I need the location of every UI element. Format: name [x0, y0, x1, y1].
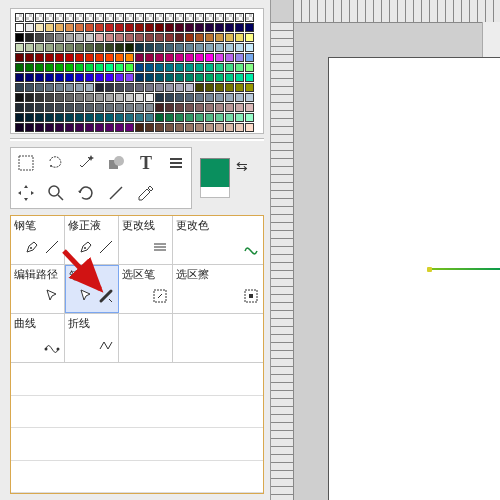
swatch[interactable]	[115, 53, 124, 62]
swatch[interactable]	[55, 43, 64, 52]
swatch[interactable]	[95, 23, 104, 32]
swatch[interactable]	[35, 103, 44, 112]
swatch[interactable]	[175, 13, 184, 22]
swatch[interactable]	[235, 23, 244, 32]
swatch[interactable]	[85, 103, 94, 112]
swatch[interactable]	[245, 93, 254, 102]
swatch[interactable]	[155, 63, 164, 72]
swatch[interactable]	[25, 63, 34, 72]
swatch[interactable]	[15, 103, 24, 112]
swatch[interactable]	[75, 53, 84, 62]
swatch[interactable]	[245, 43, 254, 52]
swatch[interactable]	[55, 53, 64, 62]
swatch[interactable]	[195, 23, 204, 32]
swatch[interactable]	[45, 83, 54, 92]
swatch[interactable]	[95, 53, 104, 62]
swatch[interactable]	[145, 103, 154, 112]
swatch[interactable]	[155, 23, 164, 32]
swatch[interactable]	[165, 53, 174, 62]
swatch[interactable]	[115, 93, 124, 102]
swatch[interactable]	[225, 83, 234, 92]
swatch[interactable]	[225, 33, 234, 42]
swatch[interactable]	[245, 103, 254, 112]
swatch[interactable]	[55, 63, 64, 72]
swatch[interactable]	[105, 93, 114, 102]
swatch[interactable]	[195, 83, 204, 92]
swatch[interactable]	[15, 113, 24, 122]
swatch[interactable]	[185, 33, 194, 42]
background-color-chip[interactable]	[200, 187, 230, 198]
swatch[interactable]	[75, 123, 84, 132]
swatch[interactable]	[85, 113, 94, 122]
swatch[interactable]	[195, 13, 204, 22]
swatch[interactable]	[225, 93, 234, 102]
swatch[interactable]	[95, 63, 104, 72]
swatch[interactable]	[65, 103, 74, 112]
swatch[interactable]	[125, 33, 134, 42]
swatch[interactable]	[245, 83, 254, 92]
swatch[interactable]	[155, 43, 164, 52]
swatch[interactable]	[155, 13, 164, 22]
swatch[interactable]	[155, 53, 164, 62]
swatch[interactable]	[125, 63, 134, 72]
swatch[interactable]	[205, 113, 214, 122]
swatch[interactable]	[165, 23, 174, 32]
swatch[interactable]	[35, 113, 44, 122]
swatch[interactable]	[245, 53, 254, 62]
swatch[interactable]	[235, 53, 244, 62]
tool-zoom[interactable]	[41, 178, 71, 208]
subtool-选区擦[interactable]: 选区擦	[173, 265, 263, 313]
tool-wand[interactable]	[71, 148, 101, 178]
swatch[interactable]	[85, 73, 94, 82]
swatch[interactable]	[205, 103, 214, 112]
tool-menu[interactable]	[161, 148, 191, 178]
swatch[interactable]	[35, 63, 44, 72]
swatch[interactable]	[35, 83, 44, 92]
swatch[interactable]	[175, 93, 184, 102]
swatch[interactable]	[215, 13, 224, 22]
swatch[interactable]	[45, 123, 54, 132]
subtool-编辑路径[interactable]: 编辑路径	[11, 265, 65, 313]
swatch[interactable]	[225, 113, 234, 122]
swatch[interactable]	[235, 33, 244, 42]
swatch[interactable]	[145, 33, 154, 42]
swatch[interactable]	[105, 63, 114, 72]
swatch[interactable]	[95, 103, 104, 112]
swatch[interactable]	[85, 13, 94, 22]
swatch[interactable]	[195, 113, 204, 122]
swatch[interactable]	[205, 13, 214, 22]
swatch[interactable]	[215, 23, 224, 32]
swatch[interactable]	[125, 103, 134, 112]
swatch[interactable]	[35, 93, 44, 102]
swatch[interactable]	[25, 53, 34, 62]
swatch[interactable]	[205, 93, 214, 102]
swatch[interactable]	[165, 123, 174, 132]
swatch[interactable]	[85, 93, 94, 102]
swatch[interactable]	[65, 33, 74, 42]
swatch[interactable]	[135, 53, 144, 62]
tool-line[interactable]	[101, 178, 131, 208]
swatch[interactable]	[95, 73, 104, 82]
swatch[interactable]	[235, 123, 244, 132]
subtool-折线[interactable]: 折线	[65, 314, 119, 362]
swatch[interactable]	[235, 113, 244, 122]
swatch[interactable]	[185, 93, 194, 102]
swatch[interactable]	[35, 13, 44, 22]
swatch[interactable]	[105, 53, 114, 62]
swatch[interactable]	[75, 113, 84, 122]
swatch[interactable]	[165, 43, 174, 52]
swatch[interactable]	[35, 33, 44, 42]
swatch[interactable]	[165, 63, 174, 72]
swatch[interactable]	[15, 73, 24, 82]
swatch[interactable]	[175, 73, 184, 82]
swatch[interactable]	[165, 33, 174, 42]
swatch[interactable]	[185, 83, 194, 92]
swatch[interactable]	[65, 63, 74, 72]
swatch[interactable]	[215, 43, 224, 52]
swatch[interactable]	[185, 43, 194, 52]
swatch[interactable]	[95, 83, 104, 92]
swatch[interactable]	[245, 63, 254, 72]
swatch[interactable]	[35, 23, 44, 32]
swatch[interactable]	[185, 13, 194, 22]
swatch[interactable]	[245, 113, 254, 122]
